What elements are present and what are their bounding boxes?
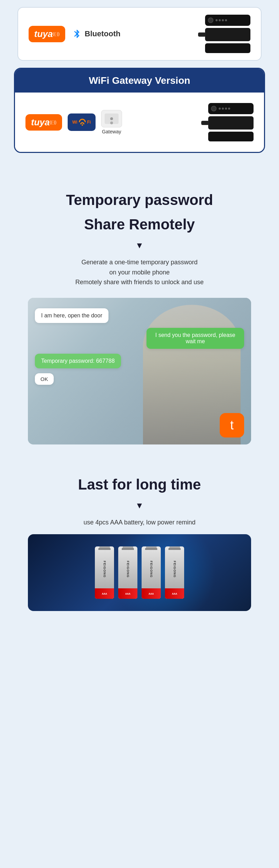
wifi-content: tuya ((·)) Wi Fi [15, 93, 264, 152]
chat-overlay: I am here, open the door I send you the … [28, 298, 251, 444]
temp-desc-1: Generate a one-time temporary password [81, 259, 197, 266]
battery-bottom-2: AAA [118, 588, 137, 599]
bluetooth-badge: Bluetooth [72, 29, 121, 39]
lock-top-wifi [208, 103, 254, 114]
tuya-app-badge: t [220, 413, 244, 437]
battery-brand-4: FEIGONG [165, 550, 184, 588]
wifi-badge-inner: Wi Fi [72, 119, 91, 126]
gateway-box: Gateway [101, 110, 122, 134]
tuya-app-icon: t [230, 418, 234, 433]
wifi-arc-1 [79, 119, 86, 122]
battery-section: Last for long time ▼ use 4pcs AAA batter… [0, 458, 279, 621]
battery-text-3: AAA [149, 593, 154, 595]
lock-dots-wifi [219, 108, 230, 110]
temp-desc: Generate a one-time temporary password o… [21, 257, 258, 287]
gateway-body [105, 113, 119, 124]
lock-body [205, 28, 250, 41]
lock-dot-w4 [228, 108, 230, 110]
battery-bottom-1: AAA [95, 588, 114, 599]
battery-brand-1: FEIGONG [95, 550, 114, 588]
wifi-arc-dot [82, 124, 83, 126]
tuya-text-wifi: tuya [31, 117, 50, 128]
lock-body-wifi [208, 116, 254, 130]
temp-password-section: Temporary password Share Remotely ▼ Gene… [0, 174, 279, 458]
battery-text-2: AAA [125, 593, 130, 595]
chat-msg-4: OK [35, 373, 54, 385]
lock-camera [208, 17, 213, 23]
battery-4: FEIGONG AAA [165, 546, 184, 599]
lock-dot-1 [216, 19, 218, 21]
tuya-logo-wifi: tuya ((·)) [25, 114, 62, 131]
tuya-wifi-signal: ((·)) [50, 120, 56, 125]
lock-dot-w3 [225, 108, 227, 110]
gateway-led [110, 117, 113, 120]
bluetooth-section: tuya ((·)) Bluetooth [17, 7, 262, 61]
tuya-text-bluetooth: tuya [34, 29, 53, 39]
battery-2: FEIGONG AAA [118, 546, 137, 599]
wifi-fi-text: Fi [87, 120, 91, 125]
bluetooth-icon [72, 29, 82, 39]
battery-bottom-4: AAA [165, 588, 184, 599]
wifi-header-text: WiFi Gateway Version [89, 75, 190, 86]
chat-image-wrapper: I am here, open the door I send you the … [28, 298, 251, 444]
battery-bottom-3: AAA [142, 588, 161, 599]
tuya-signal: ((·)) [53, 31, 59, 36]
battery-text-4: AAA [172, 593, 177, 595]
wifi-section-container: WiFi Gateway Version tuya ((·)) Wi [0, 68, 279, 174]
wifi-arcs [79, 119, 86, 126]
lock-top-part [205, 15, 250, 26]
wifi-header: WiFi Gateway Version [15, 69, 264, 93]
lock-dot-w1 [219, 108, 221, 110]
chat-msg-1: I am here, open the door [35, 308, 108, 323]
temp-desc-3: Remotely share with friends to unlock an… [75, 279, 204, 286]
gateway-label: Gateway [102, 129, 121, 134]
lock-handle-bar [198, 32, 206, 37]
section-title-container: Temporary password Share Remotely [21, 191, 258, 234]
bluetooth-left: tuya ((·)) Bluetooth [29, 26, 120, 42]
lock-image-wifi [208, 103, 254, 141]
temp-desc-2: on your mobile phone [109, 269, 169, 276]
battery-items: FEIGONG AAA FEIGONG AAA FEIGONG AAA [88, 539, 191, 606]
arrow-down-1: ▼ [21, 241, 258, 250]
chat-msg-3: Temporary password: 667788 [35, 354, 121, 368]
lock-dot-4 [225, 19, 227, 21]
wifi-left: tuya ((·)) Wi Fi [25, 110, 122, 134]
lock-small-body-wifi [208, 132, 254, 141]
bluetooth-text: Bluetooth [85, 29, 121, 38]
battery-1: FEIGONG AAA [95, 546, 114, 599]
lock-camera-wifi [211, 106, 217, 111]
lock-dot-3 [222, 19, 224, 21]
wifi-badge: Wi Fi [68, 113, 96, 131]
battery-text-1: AAA [102, 593, 107, 595]
temp-title-1: Temporary password [21, 191, 258, 209]
lock-dots [216, 19, 227, 21]
battery-image: FEIGONG AAA FEIGONG AAA FEIGONG AAA [28, 534, 251, 611]
lock-dot-w2 [222, 108, 224, 110]
lock-handle-bar-wifi [201, 121, 209, 125]
chat-msg-2-text: I send you the password, please wait me [155, 332, 235, 344]
battery-3: FEIGONG AAA [142, 546, 161, 599]
lock-image-bluetooth [205, 15, 250, 53]
arrow-down-2: ▼ [21, 501, 258, 510]
lock-dot-2 [219, 19, 221, 21]
chat-msg-2: I send you the password, please wait me [146, 328, 244, 349]
tuya-logo-bluetooth: tuya ((·)) [29, 26, 65, 42]
battery-desc: use 4pcs AAA battery, low power remind [21, 517, 258, 528]
lock-small-body [205, 43, 250, 53]
wifi-icon-text: Wi [72, 120, 77, 125]
battery-title: Last for long time [21, 476, 258, 493]
wifi-section-wrapper: WiFi Gateway Version tuya ((·)) Wi [14, 68, 265, 153]
top-section: tuya ((·)) Bluetooth [0, 0, 279, 61]
battery-brand-3: FEIGONG [142, 550, 161, 588]
gateway-device [101, 110, 122, 127]
temp-title-2: Share Remotely [21, 216, 258, 233]
battery-brand-2: FEIGONG [118, 550, 137, 588]
